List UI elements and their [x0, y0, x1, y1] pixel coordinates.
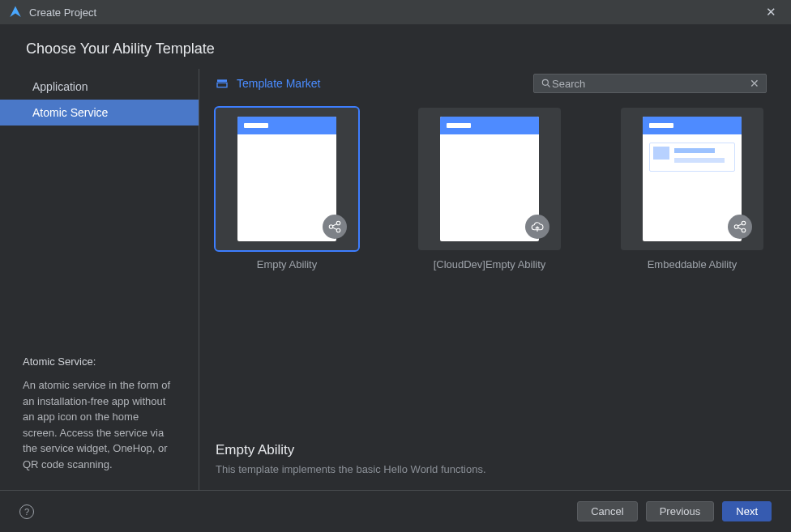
titlebar: Create Project ✕ [0, 0, 791, 24]
svg-line-14 [738, 228, 742, 230]
sidebar-desc-title: Atomic Service: [23, 354, 176, 370]
clear-search-icon[interactable]: ✕ [750, 77, 759, 90]
template-card-clouddev-empty-ability[interactable]: [CloudDev]Empty Ability [418, 108, 561, 270]
template-market-label: Template Market [237, 77, 320, 90]
search-box[interactable]: ✕ [533, 74, 767, 93]
template-market-link[interactable]: Template Market [216, 77, 320, 90]
search-input[interactable] [552, 78, 750, 90]
svg-point-10 [734, 225, 738, 229]
footer: ? Cancel Previous Next [0, 490, 791, 532]
svg-rect-0 [217, 79, 227, 82]
share-badge-icon [728, 215, 752, 239]
market-icon [216, 77, 229, 90]
template-detail: Empty Ability This template implements t… [216, 442, 767, 490]
svg-point-12 [742, 228, 746, 232]
sidebar-item-atomic-service[interactable]: Atomic Service [0, 100, 199, 126]
svg-point-2 [542, 79, 548, 85]
template-grid: Empty Ability [CloudDev]Empty Ability [216, 108, 767, 270]
sidebar-desc-body: An atomic service in the form of an inst… [23, 377, 176, 472]
detail-title: Empty Ability [216, 442, 767, 458]
template-label: Empty Ability [257, 258, 317, 270]
svg-point-5 [336, 221, 340, 225]
sidebar-item-application[interactable]: Application [0, 74, 199, 100]
svg-line-3 [548, 85, 550, 87]
template-card-empty-ability[interactable]: Empty Ability [216, 108, 358, 270]
sidebar-description: Atomic Service: An atomic service in the… [0, 341, 199, 491]
template-card-embeddable-ability[interactable]: Embeddable Ability [621, 108, 763, 270]
template-label: [CloudDev]Empty Ability [434, 258, 546, 270]
page-title: Choose Your Ability Template [0, 24, 791, 69]
app-logo-icon [8, 5, 23, 19]
help-button[interactable]: ? [19, 504, 34, 519]
previous-button[interactable]: Previous [646, 501, 715, 521]
svg-point-6 [336, 228, 340, 232]
svg-point-11 [742, 221, 746, 225]
window-title: Create Project [29, 6, 96, 19]
svg-point-4 [329, 225, 333, 229]
cancel-button[interactable]: Cancel [577, 501, 637, 521]
svg-line-8 [332, 228, 336, 230]
template-label: Embeddable Ability [648, 258, 738, 270]
svg-line-7 [332, 223, 336, 226]
detail-desc: This template implements the basic Hello… [216, 463, 767, 475]
svg-line-13 [738, 223, 742, 226]
search-icon [541, 78, 552, 89]
close-button[interactable]: ✕ [759, 5, 783, 19]
cloud-badge-icon [525, 215, 549, 239]
next-button[interactable]: Next [722, 501, 772, 521]
svg-rect-1 [217, 83, 227, 87]
sidebar: Application Atomic Service Atomic Servic… [0, 69, 199, 490]
share-badge-icon [323, 215, 347, 239]
